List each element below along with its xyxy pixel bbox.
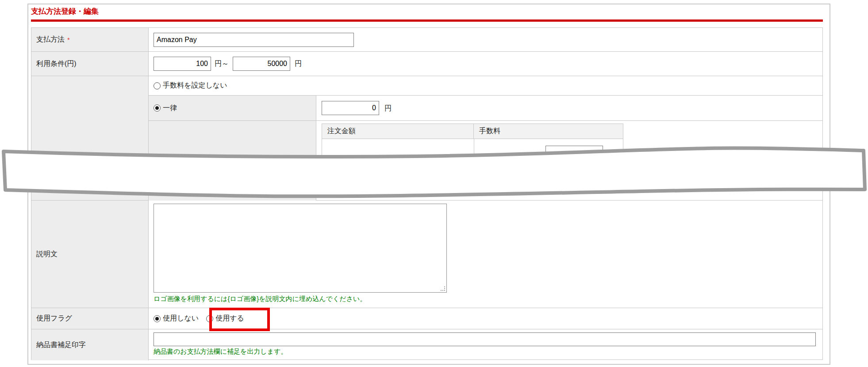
row-delivery-note: 納品書補足印字 納品書のお支払方法欄に補足を出力します。 [31,329,822,360]
use-flag-off-label: 使用しない [163,314,199,323]
fee-tier-column-divider [474,139,474,189]
page: 支払方法登録・編集 支払方法 * 利用条件(円) 円～ [0,0,868,367]
fee-tier-fee-input[interactable] [545,146,603,160]
fee-tier-header-fee: 手数料 [474,124,623,139]
fee-flat-unit: 円 [384,104,392,113]
use-flag-off-radio[interactable] [154,315,161,322]
form-panel: 支払方法登録・編集 支払方法 * 利用条件(円) 円～ [27,4,830,365]
row-usage-condition: 利用条件(円) 円～ 円 [31,52,822,76]
fee-tier-left-cell [149,121,316,201]
fee-flat-row: 一律 円 [149,96,822,121]
description-textarea[interactable] [154,204,447,293]
required-asterisk: * [67,36,70,43]
fee-tier-header-order-amount: 注文金額 [322,124,474,139]
description-hint: ロゴ画像を利用するには{ロゴ画像}を説明文内に埋め込んでください。 [154,295,366,303]
page-title: 支払方法登録・編集 [31,6,99,16]
fee-tier-row: 注文金額 手数料 [149,121,822,201]
row-fee: 手数料を設定しない 一律 円 [31,76,822,201]
payment-method-form: 支払方法 * 利用条件(円) 円～ 円 [31,27,823,360]
use-flag-label-cell: 使用フラグ [31,308,149,329]
fee-tier-table-header: 注文金額 手数料 [322,124,623,139]
delivery-note-input[interactable] [154,332,816,346]
fee-none-label: 手数料を設定しない [163,81,227,90]
row-use-flag: 使用フラグ 使用しない 使用する [31,308,822,329]
row-description: 説明文 ロゴ画像を利用するには{ロゴ画像}を説明文内に埋め込んでください。 [31,201,822,308]
payment-method-input[interactable] [154,33,354,47]
fee-flat-radio[interactable] [154,104,161,112]
payment-method-label: 支払方法 [36,35,65,44]
usage-condition-min-input[interactable] [154,57,211,71]
delivery-note-hint: 納品書のお支払方法欄に補足を出力します。 [154,348,287,356]
payment-method-value-cell [149,28,822,51]
fee-flat-label: 一律 [163,104,177,113]
use-flag-label: 使用フラグ [36,314,72,323]
highlight-annotation-box [209,308,270,331]
row-payment-method: 支払方法 * [31,28,822,52]
fee-flat-option-cell: 一律 [149,96,316,120]
description-value-cell: ロゴ画像を利用するには{ロゴ画像}を説明文内に埋め込んでください。 [149,201,822,308]
usage-condition-max-input[interactable] [233,57,290,71]
delivery-note-label-cell: 納品書補足印字 [31,329,149,360]
usage-condition-value-cell: 円～ 円 [149,52,822,76]
payment-method-label-cell: 支払方法 * [31,28,149,51]
fee-tier-table-body [322,139,623,189]
fee-content-cell: 手数料を設定しない 一律 円 [149,76,822,200]
usage-condition-label-cell: 利用条件(円) [31,52,149,76]
fee-none-radio[interactable] [154,82,161,89]
fee-label-cell [31,76,149,200]
fee-flat-amount-input[interactable] [322,101,379,115]
fee-tier-table: 注文金額 手数料 [322,124,623,189]
fee-none-row: 手数料を設定しない [149,76,822,96]
description-label: 説明文 [36,250,58,259]
usage-condition-range-unit: 円～ [215,59,229,69]
delivery-note-value-cell: 納品書のお支払方法欄に補足を出力します。 [149,329,822,360]
usage-condition-label: 利用条件(円) [36,59,77,69]
description-label-cell: 説明文 [31,201,149,308]
usage-condition-unit: 円 [295,59,302,69]
delivery-note-label: 納品書補足印字 [36,340,86,350]
title-rule [31,19,823,22]
